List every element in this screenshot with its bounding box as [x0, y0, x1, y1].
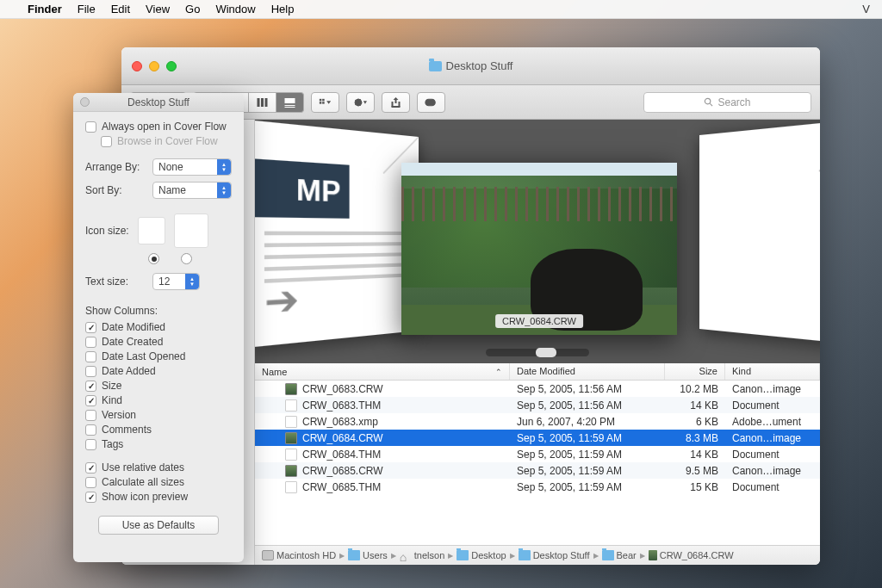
close-button[interactable]	[132, 61, 142, 71]
column-checkbox-row[interactable]: Date Modified	[85, 321, 232, 333]
menu-edit[interactable]: Edit	[111, 3, 130, 15]
panel-titlebar[interactable]: Desktop Stuff	[73, 93, 244, 112]
column-checkbox-row[interactable]: Tags	[85, 438, 232, 450]
breadcrumb-item[interactable]: Bear	[602, 550, 637, 560]
file-row[interactable]: CRW_0683.CRWSep 5, 2005, 11:56 AM10.2 MB…	[255, 381, 820, 397]
column-checkbox-row[interactable]: Date Added	[85, 365, 232, 377]
column-header-date[interactable]: Date Modified	[510, 363, 665, 380]
coverflow-view-button[interactable]	[276, 92, 304, 113]
browse-checkbox-row: Browse in Cover Flow	[101, 135, 232, 147]
checkbox[interactable]	[85, 492, 96, 503]
menu-file[interactable]: File	[78, 3, 96, 15]
svg-rect-22	[425, 99, 435, 106]
file-name: CRW_0685.CRW	[302, 465, 383, 477]
svg-rect-7	[258, 98, 260, 107]
breadcrumb-icon	[519, 550, 531, 560]
folder-icon	[429, 61, 442, 71]
action-button[interactable]	[346, 92, 375, 113]
breadcrumb-item[interactable]: tnelson	[400, 550, 444, 560]
use-as-defaults-button[interactable]: Use as Defaults	[98, 516, 219, 535]
menu-go[interactable]: Go	[185, 3, 200, 15]
column-checkbox-row[interactable]: Date Created	[85, 336, 232, 348]
checkbox[interactable]	[85, 477, 96, 488]
panel-close-button[interactable]	[80, 97, 90, 107]
minimize-button[interactable]	[149, 61, 159, 71]
breadcrumb-label: Macintosh HD	[276, 550, 336, 560]
column-checkbox-row[interactable]: Comments	[85, 424, 232, 436]
checkbox[interactable]	[85, 337, 96, 348]
column-view-button[interactable]	[249, 92, 276, 113]
menu-help[interactable]: Help	[271, 3, 295, 15]
checkbox[interactable]	[85, 381, 96, 392]
file-kind: Adobe…ument	[725, 416, 820, 428]
breadcrumb-icon	[348, 550, 360, 560]
checkbox[interactable]	[85, 439, 96, 450]
list-header: Name⌃ Date Modified Size Kind	[255, 363, 820, 381]
column-checkbox-row[interactable]: Kind	[85, 394, 232, 406]
icon-preview-row[interactable]: Show icon preview	[85, 491, 232, 503]
checkbox[interactable]	[85, 462, 96, 473]
icon-size-radio-large[interactable]	[181, 253, 192, 264]
search-field[interactable]: Search	[643, 92, 811, 113]
file-icon	[285, 383, 297, 395]
breadcrumb-icon	[602, 550, 614, 560]
breadcrumb-item[interactable]: Desktop	[457, 550, 506, 560]
checkbox[interactable]	[85, 424, 96, 436]
sort-by-select[interactable]: Name▲▼	[152, 182, 232, 199]
coverflow-item-current[interactable]: CRW_0684.CRW	[401, 163, 677, 335]
checkbox[interactable]	[85, 121, 96, 133]
file-row[interactable]: CRW_0684.CRWSep 5, 2005, 11:59 AM8.3 MBC…	[255, 430, 820, 446]
tags-button[interactable]	[417, 92, 445, 113]
column-header-kind[interactable]: Kind	[725, 363, 820, 380]
text-size-label: Text size:	[85, 275, 146, 288]
zoom-button[interactable]	[166, 61, 177, 71]
calc-sizes-row[interactable]: Calculate all sizes	[85, 476, 232, 488]
breadcrumb-item[interactable]: CRW_0684.CRW	[649, 550, 734, 560]
column-header-size[interactable]: Size	[665, 363, 725, 380]
file-row[interactable]: CRW_0685.CRWSep 5, 2005, 11:59 AM9.5 MBC…	[255, 462, 820, 479]
titlebar[interactable]: Desktop Stuff	[121, 47, 820, 85]
share-button[interactable]	[382, 92, 410, 113]
menu-view[interactable]: View	[146, 3, 170, 15]
file-row[interactable]: CRW_0685.THMSep 5, 2005, 11:59 AM15 KBDo…	[255, 479, 820, 495]
column-header-name[interactable]: Name⌃	[255, 363, 510, 380]
menu-window[interactable]: Window	[215, 3, 255, 15]
arrow-icon: ➔	[264, 275, 299, 325]
text-size-select[interactable]: 12▲▼	[152, 273, 200, 290]
icon-size-radio-small[interactable]	[148, 253, 159, 264]
show-columns-label: Show Columns:	[85, 305, 232, 317]
checkbox[interactable]	[85, 410, 96, 421]
file-name: CRW_0684.THM	[302, 449, 381, 461]
arrange-by-select[interactable]: None▲▼	[152, 158, 232, 176]
file-row[interactable]: CRW_0683.THMSep 5, 2005, 11:56 AM14 KBDo…	[255, 397, 820, 413]
column-checkbox-row[interactable]: Version	[85, 409, 232, 421]
file-size: 14 KB	[665, 449, 725, 461]
file-date: Sep 5, 2005, 11:59 AM	[510, 465, 665, 477]
checkbox[interactable]	[85, 395, 96, 406]
column-checkbox-row[interactable]: Date Last Opened	[85, 350, 232, 362]
icon-size-label: Icon size:	[85, 225, 129, 237]
file-kind: Canon…image	[725, 383, 820, 395]
column-checkbox-row[interactable]: Size	[85, 380, 232, 392]
always-open-checkbox-row[interactable]: Always open in Cover Flow	[85, 121, 232, 133]
coverflow-item-prev[interactable]: MP ➔	[255, 120, 419, 347]
app-menu[interactable]: Finder	[28, 3, 62, 15]
coverflow-item-next[interactable]	[699, 120, 820, 346]
breadcrumb-item[interactable]: Users	[348, 550, 388, 560]
breadcrumb-item[interactable]: Desktop Stuff	[519, 550, 590, 560]
file-kind: Document	[725, 449, 820, 461]
file-row[interactable]: CRW_0683.xmpJun 6, 2007, 4:20 PM6 KBAdob…	[255, 413, 820, 430]
file-row[interactable]: CRW_0684.THMSep 5, 2005, 11:59 AM14 KBDo…	[255, 446, 820, 462]
coverflow-scrubber[interactable]	[486, 349, 589, 356]
arrange-button[interactable]	[311, 92, 339, 113]
checkbox[interactable]	[85, 351, 96, 362]
checkbox[interactable]	[85, 366, 96, 377]
file-size: 15 KB	[665, 481, 725, 493]
file-list[interactable]: CRW_0683.CRWSep 5, 2005, 11:56 AM10.2 MB…	[255, 381, 820, 545]
coverflow-area[interactable]: MP ➔ CRW_0684.CRW	[255, 120, 820, 363]
relative-dates-row[interactable]: Use relative dates	[85, 461, 232, 473]
file-size: 8.3 MB	[665, 432, 725, 444]
file-icon	[285, 432, 297, 444]
checkbox[interactable]	[85, 322, 96, 333]
breadcrumb-item[interactable]: Macintosh HD	[262, 550, 336, 560]
